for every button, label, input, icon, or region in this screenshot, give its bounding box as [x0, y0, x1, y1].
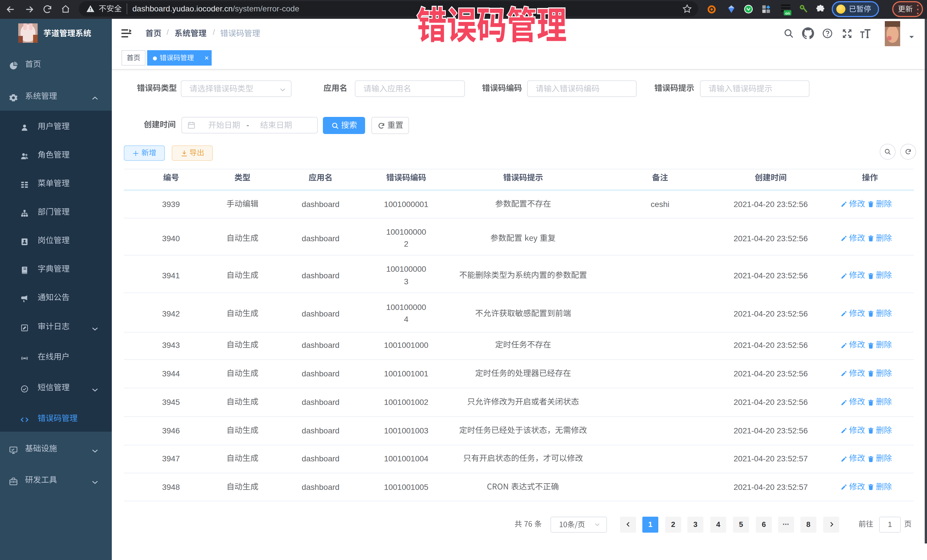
svg-text:on: on — [785, 11, 790, 15]
